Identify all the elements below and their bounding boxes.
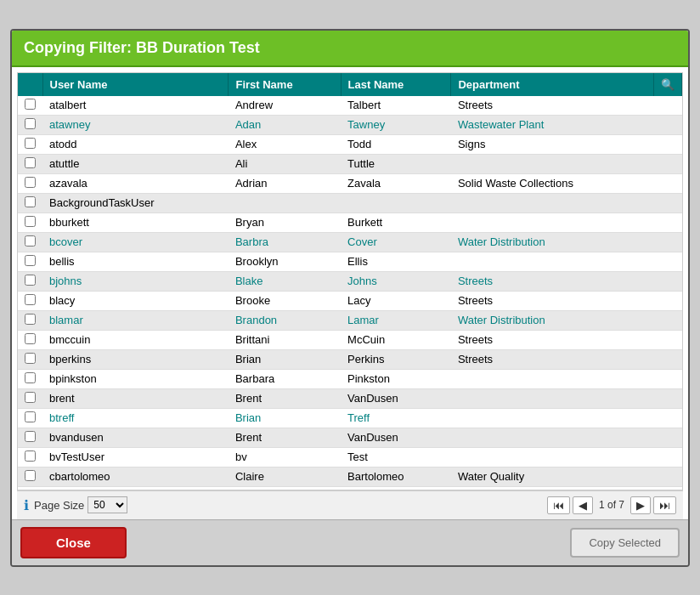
department-cell: Water Distribution: [451, 310, 654, 330]
row-checkbox[interactable]: [25, 333, 36, 344]
firstname-cell: Andrew: [229, 96, 341, 116]
info-icon: ℹ: [24, 497, 29, 513]
row-search-col: [654, 96, 682, 116]
lastname-cell: Talbert: [341, 96, 451, 116]
username-cell: azavala: [42, 173, 229, 193]
lastname-cell: Lamar: [341, 310, 451, 330]
table-row: bpinkstonBarbaraPinkston: [18, 369, 682, 388]
table-row: blacyBrookeLacyStreets: [18, 291, 682, 310]
department-cell: Streets: [451, 291, 654, 310]
row-search-col: [654, 369, 682, 388]
firstname-cell: Adrian: [229, 173, 341, 193]
firstname-cell: Brandon: [229, 310, 341, 330]
close-button[interactable]: Close: [20, 527, 127, 558]
row-checkbox[interactable]: [25, 118, 36, 129]
table-row: ccolemanClaudeColemanFleet: [18, 486, 682, 490]
lastname-cell: Lacy: [341, 291, 451, 310]
row-search-col: [654, 408, 682, 428]
username-cell: bellis: [42, 252, 229, 271]
search-header[interactable]: 🔍: [654, 73, 682, 96]
next-page-button[interactable]: ▶: [630, 496, 651, 514]
row-search-col: [654, 232, 682, 252]
row-checkbox[interactable]: [25, 99, 36, 110]
lastname-cell: Burkett: [341, 212, 451, 232]
row-search-col: [654, 271, 682, 291]
row-checkbox[interactable]: [25, 157, 36, 168]
department-cell: Signs: [451, 134, 654, 154]
firstname-header: First Name: [229, 73, 341, 96]
table-row: atalbertAndrewTalbertStreets: [18, 96, 682, 116]
prev-page-button[interactable]: ◀: [573, 496, 593, 514]
table-row: bburkettBryanBurkett: [18, 212, 682, 232]
username-cell: atuttle: [42, 154, 229, 173]
lastname-cell: Coleman: [341, 486, 451, 490]
department-cell: Streets: [451, 96, 654, 116]
row-checkbox[interactable]: [25, 216, 36, 227]
username-cell: bpinkston: [42, 369, 229, 388]
firstname-cell: Brian: [229, 349, 341, 369]
row-checkbox[interactable]: [25, 275, 36, 286]
page-info: 1 of 7: [599, 499, 624, 511]
lastname-cell: VanDusen: [341, 388, 451, 408]
row-search-col: [654, 173, 682, 193]
table-row: bvandusenBrentVanDusen: [18, 428, 682, 447]
table-row: bcoverBarbraCoverWater Distribution: [18, 232, 682, 252]
row-search-col: [654, 447, 682, 467]
row-checkbox[interactable]: [25, 138, 36, 149]
firstname-cell: Brittani: [229, 330, 341, 349]
department-cell: Solid Waste Collections: [451, 173, 654, 193]
firstname-cell: Brian: [229, 408, 341, 428]
lastname-cell: Ellis: [341, 252, 451, 271]
table-row: blamarBrandonLamarWater Distribution: [18, 310, 682, 330]
lastname-cell: Cover: [341, 232, 451, 252]
row-search-col: [654, 212, 682, 232]
row-checkbox[interactable]: [25, 450, 36, 462]
copy-selected-button[interactable]: Copy Selected: [570, 528, 680, 558]
row-checkbox[interactable]: [25, 294, 36, 305]
row-checkbox[interactable]: [25, 177, 36, 188]
firstname-cell: Brent: [229, 388, 341, 408]
table-scroll[interactable]: User Name First Name Last Name Departmen…: [18, 73, 682, 490]
department-cell: [451, 193, 654, 212]
row-search-col: [654, 115, 682, 134]
lastname-cell: Tuttle: [341, 154, 451, 173]
row-checkbox[interactable]: [25, 470, 36, 481]
first-page-button[interactable]: ⏮: [547, 496, 570, 514]
lastname-cell: Tawney: [341, 115, 451, 134]
department-cell: Water Distribution: [451, 232, 654, 252]
department-cell: [451, 212, 654, 232]
table-row: brentBrentVanDusen: [18, 388, 682, 408]
department-cell: Streets: [451, 330, 654, 349]
row-checkbox[interactable]: [25, 255, 36, 266]
row-search-col: [654, 252, 682, 271]
username-cell: bmccuin: [42, 330, 229, 349]
dialog-title: Copying Filter: BB Duration Test: [12, 31, 688, 67]
department-cell: [451, 369, 654, 388]
department-cell: [451, 154, 654, 173]
firstname-cell: Adan: [229, 115, 341, 134]
row-checkbox[interactable]: [25, 372, 36, 383]
table-row: cbartolomeoClaireBartolomeoWater Quality: [18, 467, 682, 486]
user-table-wrapper: User Name First Name Last Name Departmen…: [17, 72, 683, 490]
username-cell: cbartolomeo: [42, 467, 229, 486]
row-checkbox[interactable]: [25, 353, 36, 364]
row-checkbox[interactable]: [25, 235, 36, 246]
table-row: bperkinsBrianPerkinsStreets: [18, 349, 682, 369]
last-page-button[interactable]: ⏭: [653, 496, 676, 514]
row-checkbox[interactable]: [25, 196, 36, 207]
username-header: User Name: [42, 73, 229, 96]
lastname-cell: Treff: [341, 408, 451, 428]
row-checkbox[interactable]: [25, 392, 36, 403]
table-row: bvTestUserbvTest: [18, 447, 682, 467]
row-checkbox[interactable]: [25, 431, 36, 442]
username-cell: btreff: [42, 408, 229, 428]
row-checkbox[interactable]: [25, 314, 36, 325]
lastname-cell: Bartolomeo: [341, 467, 451, 486]
lastname-cell: Todd: [341, 134, 451, 154]
page-size-select[interactable]: 50 25 100: [88, 496, 127, 513]
row-search-col: [654, 193, 682, 212]
lastname-cell: Zavala: [341, 173, 451, 193]
username-cell: bvandusen: [42, 428, 229, 447]
firstname-cell: Alex: [229, 134, 341, 154]
row-checkbox[interactable]: [25, 411, 36, 422]
